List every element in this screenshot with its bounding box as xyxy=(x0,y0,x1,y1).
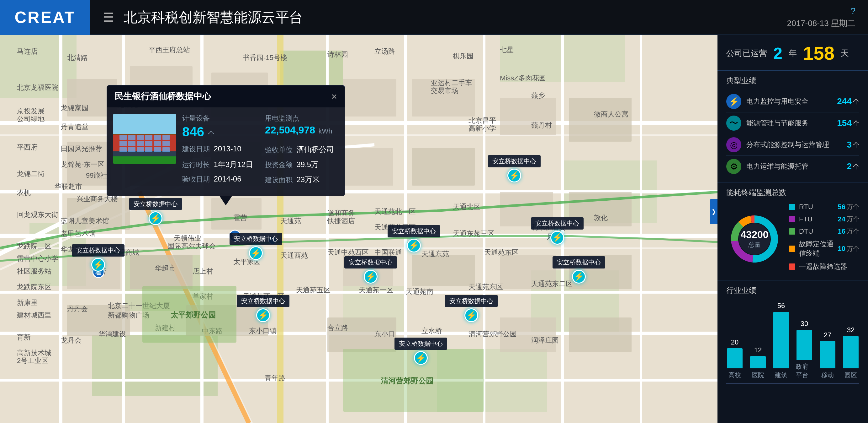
svg-text:公司绿地: 公司绿地 xyxy=(17,115,44,123)
bar-rect xyxy=(750,356,766,368)
legend-value: 16 xyxy=(838,227,845,235)
popup-building-image xyxy=(113,114,176,164)
marker-icon[interactable]: ⚡ xyxy=(249,246,263,260)
map-marker[interactable]: 安立桥数据中心 ⚡ xyxy=(488,155,540,182)
svg-text:亚运村二手车: 亚运村二手车 xyxy=(431,79,472,87)
acceptance-date-value: 2014-06 xyxy=(214,175,241,183)
svg-text:雷营中心小学: 雷营中心小学 xyxy=(17,255,58,262)
measuring-device-label: 计量设备 xyxy=(182,114,255,123)
svg-text:社区服务站: 社区服务站 xyxy=(17,267,52,275)
svg-text:北京龙福医院: 北京龙福医院 xyxy=(17,84,58,91)
marker-label: 安立桥数据中心 xyxy=(72,244,124,257)
svg-rect-47 xyxy=(500,98,556,135)
header-right: ? 2017-08-13 星期二 xyxy=(787,6,868,29)
map-marker[interactable]: 安立桥数据中心 ⚡ xyxy=(553,256,605,284)
legend-value: 56 xyxy=(838,203,845,211)
measuring-device-number: 846 xyxy=(182,124,204,139)
marker-icon[interactable]: ⚡ xyxy=(414,351,428,365)
bar-value: 56 xyxy=(777,302,785,310)
svg-text:快捷酒店: 快捷酒店 xyxy=(327,217,355,225)
svg-rect-39 xyxy=(343,79,396,116)
bar-value: 27 xyxy=(824,331,831,339)
build-area-stat: 建设面积 23万米 xyxy=(265,175,338,185)
perf-unit: 个 xyxy=(853,119,859,128)
popup-stat-row-1: 计量设备 846 个 用电监测点 22,504,978 kWh xyxy=(182,114,338,139)
menu-icon[interactable]: ☰ xyxy=(103,10,114,25)
bar-name: 高校 xyxy=(728,371,741,379)
sidebar-toggle-button[interactable]: ❯ xyxy=(710,199,717,224)
svg-text:霍营: 霍营 xyxy=(233,214,247,222)
marker-icon[interactable]: ⚡ xyxy=(464,308,478,322)
svg-text:润泽庄园: 润泽庄园 xyxy=(531,336,559,344)
marker-icon[interactable]: ⚡ xyxy=(507,169,521,182)
svg-text:99旅社: 99旅社 xyxy=(86,171,107,179)
bar-rect xyxy=(773,312,789,368)
map-marker[interactable]: 安立桥数据中心 ⚡ xyxy=(388,225,440,252)
svg-text:交易市场: 交易市场 xyxy=(431,87,459,94)
map-marker[interactable]: 安立桥数据中心 ⚡ xyxy=(445,295,498,322)
map-marker[interactable]: 安立桥数据中心 ⚡ xyxy=(344,256,397,284)
company-years-unit: 年 xyxy=(789,48,797,59)
svg-text:平西府: 平西府 xyxy=(17,143,38,151)
legend-color xyxy=(789,216,795,222)
monitoring-point-stat: 用电监测点 22,504,978 kWh xyxy=(265,114,338,139)
marker-icon[interactable]: ⚡ xyxy=(149,212,162,225)
acceptance-date-label: 验收日期 xyxy=(182,175,210,183)
svg-text:天通苑: 天通苑 xyxy=(280,217,301,225)
popup-close-button[interactable]: × xyxy=(331,91,337,102)
run-duration-stat: 运行时长 1年3月12日 xyxy=(182,160,255,170)
map-marker[interactable]: 安立桥数据中心 ⚡ xyxy=(72,244,124,272)
logo: CREAT xyxy=(14,8,75,27)
legend-item: FTU 24 万个 xyxy=(789,215,859,223)
logo-area: CREAT xyxy=(0,0,90,35)
help-icon[interactable]: ? xyxy=(850,6,856,16)
svg-text:清河营郊野公园: 清河营郊野公园 xyxy=(468,330,517,338)
map-marker[interactable]: 安立桥数据中心 ⚡ xyxy=(531,217,584,245)
monitoring-point-number: 22,504,978 xyxy=(265,124,315,136)
svg-text:天通东苑三区: 天通东苑三区 xyxy=(453,230,494,237)
svg-text:蓝蝌儿童美术馆: 蓝蝌儿童美术馆 xyxy=(61,217,109,225)
marker-icon[interactable]: ⚡ xyxy=(407,239,421,252)
svg-text:天通苑五区: 天通苑五区 xyxy=(296,286,331,294)
marker-label: 安立桥数据中心 xyxy=(229,233,282,245)
legend-item: 故障定位通信终端 10 万个 xyxy=(789,239,859,258)
donut-total-label: 总量 xyxy=(741,241,769,249)
map-marker[interactable]: 安立桥数据中心 ⚡ xyxy=(129,198,182,225)
bar-chart: 20 高校 12 医院 56 建筑 30 政府平台 27 移动 32 园区 xyxy=(726,302,859,382)
right-panel: 公司已运营 2 年 158 天 典型业绩 ⚡ 电力监控与用电安全 244 个 〜… xyxy=(717,35,868,423)
company-years-number: 2 xyxy=(773,44,782,63)
industry-performance-section: 行业业绩 20 高校 12 医院 56 建筑 30 政府平台 27 移动 32 … xyxy=(717,280,868,390)
svg-text:华联超市: 华联超市 xyxy=(55,182,82,190)
svg-text:丹青追堂: 丹青追堂 xyxy=(61,123,88,131)
perf-count: 244 xyxy=(837,96,852,107)
svg-rect-59 xyxy=(569,317,631,352)
bar-name: 政府平台 xyxy=(796,362,813,379)
marker-icon[interactable]: ⚡ xyxy=(256,308,270,322)
svg-text:马连店: 马连店 xyxy=(17,48,38,55)
marker-icon[interactable]: ⚡ xyxy=(364,270,377,284)
svg-text:天通苑东区: 天通苑东区 xyxy=(468,283,503,291)
map-area[interactable]: 北京龙福医院 马连店 北清路 平西王府总站 书香园-15号楼 诗林园 立汤路 棋… xyxy=(0,35,717,423)
legend-color xyxy=(789,204,795,210)
investment-stat: 投资金额 39.5万 xyxy=(265,160,338,170)
bar-group: 20 高校 xyxy=(726,338,743,379)
bar-group: 56 建筑 xyxy=(773,302,789,379)
legend-color xyxy=(789,263,795,270)
svg-text:国际高尔夫球会: 国际高尔夫球会 xyxy=(167,242,216,250)
svg-text:遂和商务: 遂和商务 xyxy=(328,209,355,217)
legend-value: 10 xyxy=(838,245,845,253)
marker-icon[interactable]: ⚡ xyxy=(550,231,564,245)
map-marker[interactable]: 安立桥数据中心 ⚡ xyxy=(395,338,447,365)
perf-icon: ⚙ xyxy=(726,159,741,174)
marker-icon[interactable]: ⚡ xyxy=(572,270,586,284)
measuring-device-value: 846 个 xyxy=(182,124,255,139)
perf-icon: ⚡ xyxy=(726,94,741,109)
svg-text:天通西苑: 天通西苑 xyxy=(280,252,308,259)
map-marker[interactable]: 安立桥数据中心 ⚡ xyxy=(229,233,282,260)
company-label: 公司已运营 xyxy=(726,48,767,59)
bar-group: 32 园区 xyxy=(842,326,859,379)
map-marker[interactable]: 安立桥数据中心 ⚡ xyxy=(237,295,289,322)
svg-text:东小口: 东小口 xyxy=(374,330,395,338)
energy-monitor-section: 能耗终端监测总数 43200 总量 RTU 56 万个 FTU 24 xyxy=(717,182,868,280)
marker-icon[interactable]: ⚡ xyxy=(91,258,105,272)
